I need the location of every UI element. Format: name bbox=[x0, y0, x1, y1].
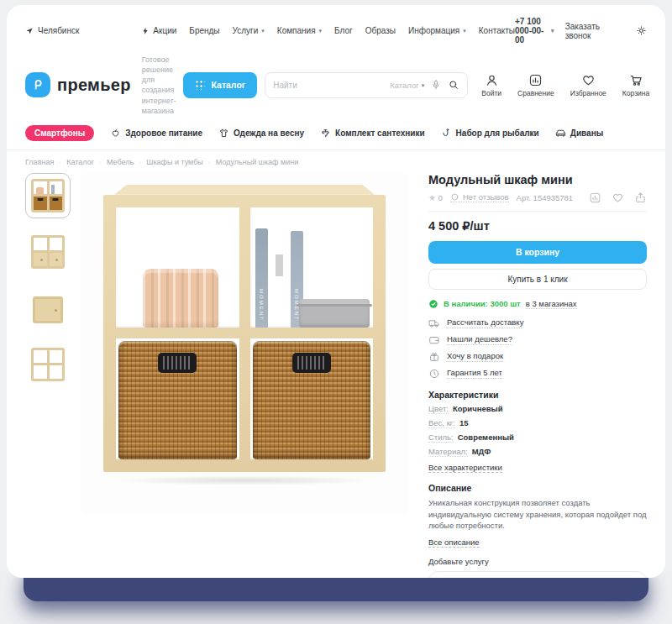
header-actions: Войти Сравнение Избранное Корзина bbox=[481, 73, 649, 97]
shelf-cell-top-right: MOMENT MOMENT bbox=[250, 207, 374, 328]
cart-button[interactable]: Корзина bbox=[622, 73, 649, 97]
nav-item-info[interactable]: Информация▾ bbox=[408, 26, 466, 35]
heart-icon bbox=[581, 73, 596, 87]
peach-storage-box bbox=[143, 269, 218, 328]
cheaper-link[interactable]: Нашли дешевле? bbox=[428, 334, 647, 346]
theme-toggle[interactable] bbox=[636, 25, 647, 36]
login-button[interactable]: Войти bbox=[481, 73, 501, 97]
catalog-button[interactable]: Каталог bbox=[183, 72, 258, 98]
stores-link[interactable]: в 3 магазинах bbox=[526, 299, 577, 309]
compare-icon bbox=[528, 73, 543, 87]
warranty-icon bbox=[428, 368, 440, 380]
rating: ★ 0 bbox=[428, 193, 443, 202]
all-specs-link[interactable]: Все характеристики bbox=[428, 463, 502, 473]
callback-link[interactable]: Заказать звонок bbox=[565, 22, 600, 40]
binder-spine bbox=[270, 226, 288, 328]
chevron-down-icon: ▾ bbox=[422, 82, 425, 88]
nav-item-contacts[interactable]: Контакты bbox=[479, 26, 515, 35]
chevron-down-icon: ▾ bbox=[261, 28, 265, 34]
tagline: Готовое решение для создания интернет-ма… bbox=[142, 55, 176, 116]
breadcrumb: Главная Каталог Мебель Шкафы и тумбы Мод… bbox=[25, 158, 647, 166]
nav-item-looks[interactable]: Образы bbox=[365, 26, 396, 35]
cart-icon bbox=[629, 73, 643, 87]
buy-one-click-button[interactable]: Купить в 1 клик bbox=[428, 269, 647, 290]
category-plumbing-kit[interactable]: Комплект сантехники bbox=[320, 128, 425, 139]
fishing-icon bbox=[441, 128, 452, 139]
search-bar: Каталог▾ bbox=[265, 72, 468, 98]
sku: Арт. 154935781 bbox=[517, 193, 574, 202]
logo[interactable]: премьер bbox=[25, 72, 131, 97]
comment-icon bbox=[450, 192, 459, 202]
nav-item-brands[interactable]: Бренды bbox=[189, 26, 219, 35]
phone-number[interactable]: +7 100 000-00-00▾ bbox=[515, 17, 554, 45]
logo-text: премьер bbox=[57, 76, 131, 95]
topbar-right: +7 100 000-00-00▾ Заказать звонок bbox=[515, 17, 647, 45]
search-input[interactable] bbox=[273, 81, 384, 90]
gift-link[interactable]: Хочу в подарок bbox=[428, 351, 647, 363]
sun-icon bbox=[636, 25, 647, 36]
gift-icon bbox=[428, 351, 440, 363]
spec-row-weight: Вес, кг:15 bbox=[428, 418, 647, 428]
product-price: 4 500 ₽/шт bbox=[428, 219, 647, 233]
favorites-button[interactable]: Избранное bbox=[570, 73, 606, 97]
category-fishing-set[interactable]: Набор для рыбалки bbox=[441, 128, 539, 139]
product-section: MOMENT MOMENT Модульный шкаф мини bbox=[25, 173, 647, 578]
nav-item-company[interactable]: Компания▾ bbox=[277, 26, 322, 35]
category-healthy-food[interactable]: Здоровое питание bbox=[110, 128, 202, 139]
nav-item-services[interactable]: Услуги▾ bbox=[233, 26, 265, 35]
location-arrow-icon bbox=[25, 27, 34, 35]
search-scope-select[interactable]: Каталог▾ bbox=[390, 81, 424, 90]
breadcrumb-home[interactable]: Главная bbox=[25, 158, 54, 166]
breadcrumb-cabinets[interactable]: Шкафы и тумбы bbox=[134, 158, 203, 166]
stock-quantity: В наличии: 3000 шт bbox=[444, 299, 521, 308]
add-service-title: Добавьте услугу bbox=[428, 557, 647, 566]
page-card: Челябинск Акции Бренды Услуги▾ Компания▾… bbox=[7, 5, 665, 578]
product-meta: ★ 0 Нет отзывов Арт. 154935781 bbox=[428, 191, 647, 204]
grey-fabric-box bbox=[299, 299, 370, 328]
thumbnail-1-selected[interactable] bbox=[25, 173, 71, 218]
thumbnail-3[interactable] bbox=[25, 286, 71, 331]
basket-handle bbox=[292, 353, 331, 373]
nav-item-blog[interactable]: Блог bbox=[334, 26, 353, 35]
nav-item-promos[interactable]: Акции bbox=[141, 26, 176, 35]
thumb-single-cube bbox=[33, 296, 63, 323]
thumbnail-2[interactable] bbox=[25, 229, 71, 275]
category-strip: Смартфоны Здоровое питание Одежда на вес… bbox=[25, 125, 647, 141]
spec-row-material: Материал:МДФ bbox=[428, 447, 647, 457]
lightning-icon bbox=[141, 27, 150, 35]
city-selector[interactable]: Челябинск bbox=[25, 26, 79, 35]
product-title: Модульный шкаф мини bbox=[428, 173, 647, 186]
compare-button[interactable]: Сравнение bbox=[517, 73, 554, 97]
thumbnail-list bbox=[25, 173, 71, 387]
category-smartphones[interactable]: Смартфоны bbox=[25, 125, 94, 141]
topbar-nav: Акции Бренды Услуги▾ Компания▾ Блог Обра… bbox=[141, 26, 515, 35]
wallet-icon bbox=[428, 334, 440, 346]
all-description-link[interactable]: Все описание bbox=[428, 537, 480, 548]
microphone-icon[interactable] bbox=[430, 79, 442, 91]
search-icon[interactable] bbox=[448, 79, 459, 91]
service-card: Сборка мебели 3 500 Р/шт Добавить bbox=[428, 571, 647, 578]
stock-status: В наличии: 3000 шт в 3 магазинах bbox=[428, 299, 647, 309]
share-icon[interactable] bbox=[634, 191, 647, 204]
reviews-link[interactable]: Нет отзывов bbox=[450, 192, 509, 202]
shelf-illustration: MOMENT MOMENT bbox=[103, 195, 386, 472]
breadcrumb-current: Модульный шкаф мини bbox=[203, 158, 298, 166]
thumb-shelf-with-doors bbox=[31, 235, 65, 269]
compare-icon[interactable] bbox=[589, 191, 601, 204]
check-circle-icon bbox=[428, 299, 438, 309]
meta-actions bbox=[589, 191, 647, 204]
thumbnail-4[interactable] bbox=[25, 342, 71, 387]
delivery-link[interactable]: Рассчитать доставку bbox=[428, 317, 647, 329]
sofa-icon bbox=[555, 128, 566, 139]
shelf-cell-bottom-right bbox=[250, 338, 374, 459]
category-sofas[interactable]: Диваны bbox=[555, 128, 603, 139]
divider bbox=[428, 211, 647, 212]
category-spring-clothes[interactable]: Одежда на весну bbox=[218, 128, 304, 139]
breadcrumb-catalog[interactable]: Каталог bbox=[54, 158, 94, 166]
breadcrumb-furniture[interactable]: Мебель bbox=[94, 158, 134, 166]
add-to-cart-button[interactable]: В корзину bbox=[428, 241, 647, 264]
heart-icon[interactable] bbox=[612, 191, 624, 204]
warranty-link[interactable]: Гарантия 5 лет bbox=[428, 368, 647, 380]
thumb-empty-shelf bbox=[31, 348, 65, 381]
user-icon bbox=[485, 73, 499, 87]
